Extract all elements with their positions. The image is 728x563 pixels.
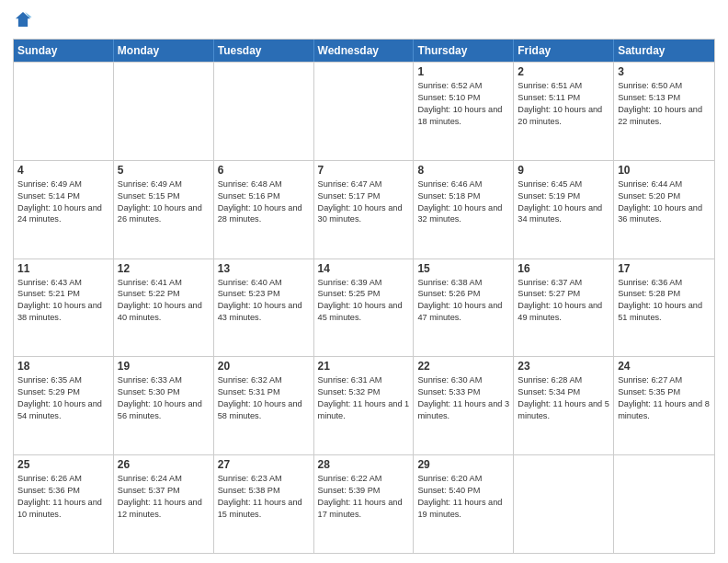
logo bbox=[13, 9, 35, 33]
cal-row-2: 4Sunrise: 6:49 AM Sunset: 5:14 PM Daylig… bbox=[14, 160, 714, 259]
day-info: Sunrise: 6:27 AM Sunset: 5:35 PM Dayligh… bbox=[618, 374, 711, 422]
day-number: 6 bbox=[218, 164, 310, 177]
cal-cell: 6Sunrise: 6:48 AM Sunset: 5:16 PM Daylig… bbox=[214, 161, 314, 259]
cal-cell: 10Sunrise: 6:44 AM Sunset: 5:20 PM Dayli… bbox=[614, 161, 714, 259]
cal-cell: 13Sunrise: 6:40 AM Sunset: 5:23 PM Dayli… bbox=[214, 259, 314, 357]
cal-cell: 9Sunrise: 6:45 AM Sunset: 5:19 PM Daylig… bbox=[514, 161, 614, 259]
cal-row-3: 11Sunrise: 6:43 AM Sunset: 5:21 PM Dayli… bbox=[14, 259, 714, 357]
page: SundayMondayTuesdayWednesdayThursdayFrid… bbox=[0, 0, 728, 563]
day-number: 29 bbox=[417, 458, 509, 471]
cal-cell bbox=[314, 63, 415, 160]
day-number: 27 bbox=[218, 458, 310, 471]
day-number: 21 bbox=[318, 360, 410, 373]
day-info: Sunrise: 6:35 AM Sunset: 5:29 PM Dayligh… bbox=[17, 374, 109, 422]
day-number: 24 bbox=[618, 360, 711, 373]
day-number: 28 bbox=[318, 458, 410, 471]
day-info: Sunrise: 6:33 AM Sunset: 5:30 PM Dayligh… bbox=[118, 374, 210, 422]
day-number: 23 bbox=[518, 360, 609, 373]
day-info: Sunrise: 6:43 AM Sunset: 5:21 PM Dayligh… bbox=[17, 277, 109, 325]
day-number: 26 bbox=[118, 458, 210, 471]
weekday-header-monday: Monday bbox=[114, 40, 214, 62]
cal-cell: 3Sunrise: 6:50 AM Sunset: 5:13 PM Daylig… bbox=[614, 63, 714, 160]
cal-cell: 12Sunrise: 6:41 AM Sunset: 5:22 PM Dayli… bbox=[114, 259, 214, 357]
weekday-header-thursday: Thursday bbox=[414, 40, 514, 62]
day-info: Sunrise: 6:48 AM Sunset: 5:16 PM Dayligh… bbox=[218, 178, 310, 226]
cal-cell bbox=[214, 63, 314, 160]
cal-cell: 11Sunrise: 6:43 AM Sunset: 5:21 PM Dayli… bbox=[14, 259, 114, 357]
day-info: Sunrise: 6:23 AM Sunset: 5:38 PM Dayligh… bbox=[218, 473, 310, 521]
day-info: Sunrise: 6:46 AM Sunset: 5:18 PM Dayligh… bbox=[417, 178, 509, 226]
cal-row-1: 1Sunrise: 6:52 AM Sunset: 5:10 PM Daylig… bbox=[14, 62, 714, 160]
day-info: Sunrise: 6:41 AM Sunset: 5:22 PM Dayligh… bbox=[118, 277, 210, 325]
day-info: Sunrise: 6:45 AM Sunset: 5:19 PM Dayligh… bbox=[518, 178, 609, 226]
day-number: 11 bbox=[17, 262, 109, 275]
day-number: 4 bbox=[17, 164, 109, 177]
cal-cell: 8Sunrise: 6:46 AM Sunset: 5:18 PM Daylig… bbox=[414, 161, 514, 259]
day-number: 10 bbox=[618, 164, 711, 177]
cal-cell bbox=[114, 63, 214, 160]
cal-row-5: 25Sunrise: 6:26 AM Sunset: 5:36 PM Dayli… bbox=[14, 454, 714, 553]
cal-cell: 14Sunrise: 6:39 AM Sunset: 5:25 PM Dayli… bbox=[314, 259, 415, 357]
cal-cell: 22Sunrise: 6:30 AM Sunset: 5:33 PM Dayli… bbox=[414, 357, 514, 454]
day-number: 5 bbox=[118, 164, 210, 177]
header bbox=[13, 9, 715, 33]
cal-cell: 1Sunrise: 6:52 AM Sunset: 5:10 PM Daylig… bbox=[414, 63, 514, 160]
day-info: Sunrise: 6:30 AM Sunset: 5:33 PM Dayligh… bbox=[417, 374, 509, 422]
day-number: 25 bbox=[17, 458, 109, 471]
day-info: Sunrise: 6:49 AM Sunset: 5:14 PM Dayligh… bbox=[17, 178, 109, 226]
cal-cell: 29Sunrise: 6:20 AM Sunset: 5:40 PM Dayli… bbox=[414, 455, 514, 553]
svg-marker-0 bbox=[16, 12, 30, 27]
cal-cell: 4Sunrise: 6:49 AM Sunset: 5:14 PM Daylig… bbox=[14, 161, 114, 259]
day-number: 7 bbox=[318, 164, 410, 177]
day-number: 2 bbox=[518, 65, 609, 78]
cal-row-4: 18Sunrise: 6:35 AM Sunset: 5:29 PM Dayli… bbox=[14, 356, 714, 454]
day-number: 14 bbox=[318, 262, 410, 275]
day-info: Sunrise: 6:20 AM Sunset: 5:40 PM Dayligh… bbox=[417, 473, 509, 521]
cal-cell bbox=[614, 455, 714, 553]
day-number: 12 bbox=[118, 262, 210, 275]
cal-cell: 24Sunrise: 6:27 AM Sunset: 5:35 PM Dayli… bbox=[614, 357, 714, 454]
day-number: 8 bbox=[417, 164, 509, 177]
day-info: Sunrise: 6:51 AM Sunset: 5:11 PM Dayligh… bbox=[518, 80, 609, 128]
day-info: Sunrise: 6:26 AM Sunset: 5:36 PM Dayligh… bbox=[17, 473, 109, 521]
cal-cell: 21Sunrise: 6:31 AM Sunset: 5:32 PM Dayli… bbox=[314, 357, 415, 454]
day-info: Sunrise: 6:52 AM Sunset: 5:10 PM Dayligh… bbox=[417, 80, 509, 128]
calendar: SundayMondayTuesdayWednesdayThursdayFrid… bbox=[13, 39, 715, 554]
weekday-header-sunday: Sunday bbox=[14, 40, 114, 62]
weekday-header-wednesday: Wednesday bbox=[314, 40, 415, 62]
cal-cell: 7Sunrise: 6:47 AM Sunset: 5:17 PM Daylig… bbox=[314, 161, 415, 259]
day-info: Sunrise: 6:39 AM Sunset: 5:25 PM Dayligh… bbox=[318, 277, 410, 325]
day-number: 13 bbox=[218, 262, 310, 275]
weekday-header-friday: Friday bbox=[514, 40, 614, 62]
day-info: Sunrise: 6:38 AM Sunset: 5:26 PM Dayligh… bbox=[417, 277, 509, 325]
day-info: Sunrise: 6:49 AM Sunset: 5:15 PM Dayligh… bbox=[118, 178, 210, 226]
day-info: Sunrise: 6:37 AM Sunset: 5:27 PM Dayligh… bbox=[518, 277, 609, 325]
logo-icon bbox=[13, 9, 33, 29]
cal-cell: 19Sunrise: 6:33 AM Sunset: 5:30 PM Dayli… bbox=[114, 357, 214, 454]
day-info: Sunrise: 6:36 AM Sunset: 5:28 PM Dayligh… bbox=[618, 277, 711, 325]
cal-cell: 26Sunrise: 6:24 AM Sunset: 5:37 PM Dayli… bbox=[114, 455, 214, 553]
cal-cell: 17Sunrise: 6:36 AM Sunset: 5:28 PM Dayli… bbox=[614, 259, 714, 357]
day-number: 1 bbox=[417, 65, 509, 78]
day-number: 22 bbox=[417, 360, 509, 373]
calendar-body: 1Sunrise: 6:52 AM Sunset: 5:10 PM Daylig… bbox=[14, 62, 714, 553]
day-info: Sunrise: 6:31 AM Sunset: 5:32 PM Dayligh… bbox=[318, 374, 410, 422]
cal-cell bbox=[14, 63, 114, 160]
cal-cell bbox=[514, 455, 614, 553]
cal-cell: 27Sunrise: 6:23 AM Sunset: 5:38 PM Dayli… bbox=[214, 455, 314, 553]
cal-cell: 20Sunrise: 6:32 AM Sunset: 5:31 PM Dayli… bbox=[214, 357, 314, 454]
day-info: Sunrise: 6:32 AM Sunset: 5:31 PM Dayligh… bbox=[218, 374, 310, 422]
day-number: 19 bbox=[118, 360, 210, 373]
cal-cell: 23Sunrise: 6:28 AM Sunset: 5:34 PM Dayli… bbox=[514, 357, 614, 454]
day-info: Sunrise: 6:24 AM Sunset: 5:37 PM Dayligh… bbox=[118, 473, 210, 521]
day-number: 9 bbox=[518, 164, 609, 177]
day-number: 20 bbox=[218, 360, 310, 373]
cal-cell: 2Sunrise: 6:51 AM Sunset: 5:11 PM Daylig… bbox=[514, 63, 614, 160]
cal-cell: 15Sunrise: 6:38 AM Sunset: 5:26 PM Dayli… bbox=[414, 259, 514, 357]
day-info: Sunrise: 6:22 AM Sunset: 5:39 PM Dayligh… bbox=[318, 473, 410, 521]
weekday-header-saturday: Saturday bbox=[614, 40, 714, 62]
cal-cell: 5Sunrise: 6:49 AM Sunset: 5:15 PM Daylig… bbox=[114, 161, 214, 259]
weekday-header-tuesday: Tuesday bbox=[214, 40, 314, 62]
day-number: 18 bbox=[17, 360, 109, 373]
cal-cell: 25Sunrise: 6:26 AM Sunset: 5:36 PM Dayli… bbox=[14, 455, 114, 553]
